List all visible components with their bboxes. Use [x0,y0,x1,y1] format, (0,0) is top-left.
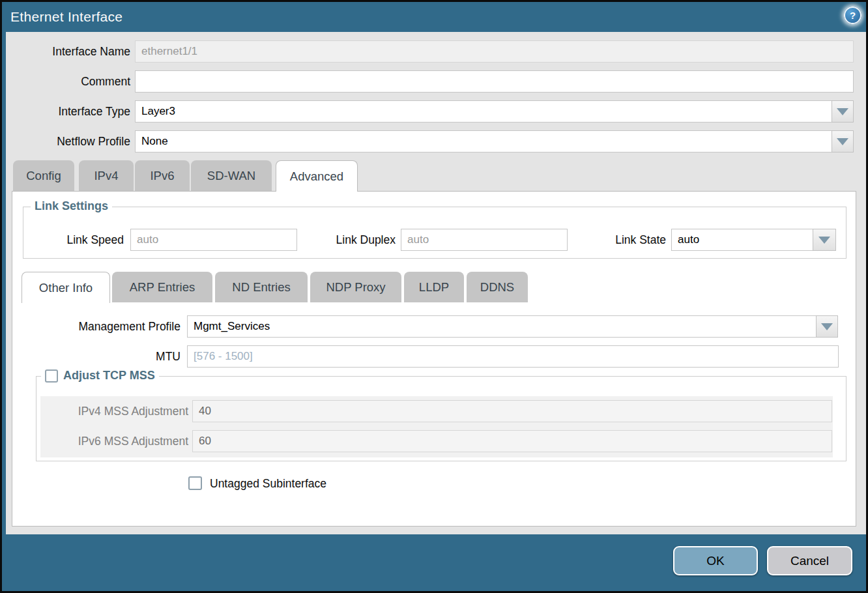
untagged-subinterface-checkbox[interactable] [188,476,202,490]
interface-type-dropdown-button[interactable] [832,100,854,123]
ipv4-mss-label: IPv4 MSS Adjustment [54,400,188,422]
netflow-profile-dropdown-button[interactable] [832,130,854,152]
cancel-button[interactable]: Cancel [767,546,852,575]
subtab-nd-entries[interactable]: ND Entries [215,272,308,302]
adjust-tcp-mss-legend: Adjust TCP MSS [41,369,159,383]
adjust-tcp-mss-checkbox[interactable] [45,369,58,383]
link-state-dropdown-button[interactable] [813,229,836,251]
main-tab-bar: Config IPv4 IPv6 SD-WAN Advanced [2,160,866,191]
mtu-input[interactable] [187,345,839,368]
interface-type-label: Interface Type [2,100,130,123]
dialog-title: Ethernet Interface [2,9,123,25]
footer-bar: OK Cancel [2,534,866,591]
netflow-profile-label: Netflow Profile [2,130,130,152]
title-bar: Ethernet Interface [2,2,866,32]
link-speed-label: Link Speed [28,229,124,251]
ethernet-interface-dialog: Ethernet Interface ? Interface Name Comm… [0,0,868,593]
link-state-input[interactable] [671,229,813,251]
ok-button[interactable]: OK [673,546,758,575]
management-profile-dropdown-button[interactable] [816,315,838,338]
mtu-label: MTU [41,345,181,368]
subtab-other-info[interactable]: Other Info [22,272,110,303]
link-duplex-input[interactable] [401,229,568,251]
management-profile-input[interactable] [187,315,817,338]
chevron-down-icon [837,108,848,115]
management-profile-label: Management Profile [41,315,181,338]
link-settings-legend: Link Settings [31,199,112,213]
comment-input[interactable] [135,70,854,93]
ipv6-mss-input [192,430,832,452]
subtab-lldp[interactable]: LLDP [404,272,464,302]
adjust-tcp-mss-legend-text: Adjust TCP MSS [63,369,155,383]
tab-config[interactable]: Config [13,160,74,191]
ipv4-mss-input [192,400,832,422]
subtab-arp-entries[interactable]: ARP Entries [112,272,212,302]
chevron-down-icon [837,138,848,145]
sub-tab-bar: Other Info ARP Entries ND Entries NDP Pr… [2,272,866,302]
untagged-subinterface-label: Untagged Subinterface [210,476,326,491]
netflow-profile-input[interactable] [135,130,832,152]
comment-label: Comment [2,70,130,93]
tab-ipv4[interactable]: IPv4 [79,160,134,191]
tab-advanced[interactable]: Advanced [276,160,358,192]
interface-type-input[interactable] [135,100,832,123]
tab-sd-wan[interactable]: SD-WAN [191,160,272,191]
interface-name-label: Interface Name [2,40,130,63]
subtab-ddns[interactable]: DDNS [467,272,528,302]
subtab-ndp-proxy[interactable]: NDP Proxy [310,272,401,302]
link-settings-legend-text: Link Settings [35,199,108,213]
interface-name-input [135,40,854,63]
link-state-label: Link State [562,229,666,251]
link-speed-input[interactable] [130,229,297,251]
tab-ipv6[interactable]: IPv6 [135,160,190,191]
chevron-down-icon [818,237,830,244]
ipv6-mss-label: IPv6 MSS Adjustment [54,430,188,452]
help-icon[interactable]: ? [844,7,861,24]
link-duplex-label: Link Duplex [289,229,396,251]
chevron-down-icon [821,323,833,330]
